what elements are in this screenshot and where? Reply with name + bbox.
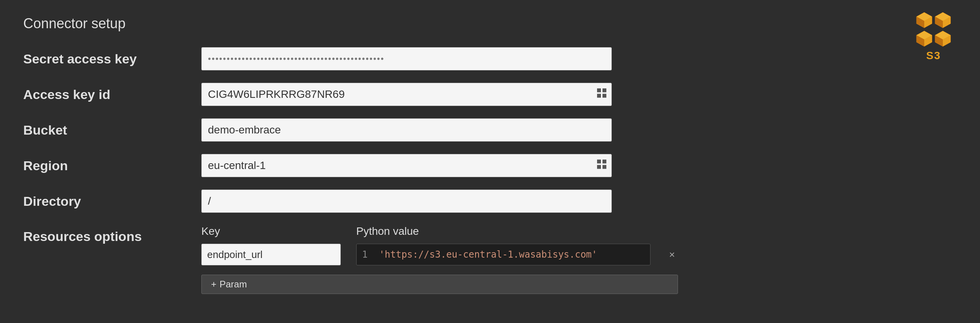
add-param-icon: +	[211, 279, 216, 290]
col-key-header: Key	[201, 225, 341, 238]
access-key-id-row: Access key id	[23, 83, 957, 106]
directory-label: Directory	[23, 194, 186, 209]
connector-setup-container: S3 Connector setup Secret access key Acc…	[0, 0, 980, 323]
directory-row: Directory	[23, 190, 957, 213]
resources-headers: Key Python value	[201, 225, 678, 238]
bucket-input[interactable]	[201, 118, 612, 142]
bucket-label: Bucket	[23, 123, 186, 138]
s3-logo-text: S3	[926, 50, 941, 62]
bucket-row: Bucket	[23, 118, 957, 142]
region-label: Region	[23, 158, 186, 173]
page-title: Connector setup	[23, 15, 957, 32]
line-number-0: 1	[362, 249, 371, 260]
resources-options-row: Resources options Key Python value 1 'ht…	[23, 225, 957, 294]
region-row: Region	[23, 154, 957, 177]
col-python-header: Python value	[356, 225, 627, 238]
add-param-label: Param	[220, 279, 247, 290]
region-input[interactable]	[201, 154, 612, 177]
resource-key-input-0[interactable]	[201, 244, 341, 265]
directory-input[interactable]	[201, 190, 612, 213]
logo-cubes	[916, 12, 951, 47]
secret-access-key-label: Secret access key	[23, 51, 186, 67]
secret-access-key-input[interactable]	[201, 47, 612, 70]
cube-icon-1	[916, 12, 933, 29]
resources-options-label: Resources options	[23, 225, 186, 244]
cube-icon-3	[916, 30, 933, 47]
access-key-id-field-wrap	[201, 83, 612, 106]
cube-icon-4	[934, 30, 951, 47]
add-param-button[interactable]: + Param	[201, 275, 678, 294]
s3-logo: S3	[910, 12, 957, 50]
cube-icon-2	[934, 12, 951, 29]
region-field-wrap	[201, 154, 612, 177]
resources-row-0: 1 'https://s3.eu-central-1.wasabisys.com…	[201, 244, 678, 265]
python-editor-0: 1 'https://s3.eu-central-1.wasabisys.com…	[356, 244, 650, 265]
access-key-id-input[interactable]	[201, 83, 612, 106]
python-value-0: 'https://s3.eu-central-1.wasabisys.com'	[379, 249, 597, 260]
secret-access-key-field-wrap	[201, 47, 612, 70]
resources-options-content: Key Python value 1 'https://s3.eu-centra…	[201, 225, 678, 294]
access-key-id-label: Access key id	[23, 87, 186, 102]
remove-row-0-button[interactable]: ×	[666, 250, 678, 260]
secret-access-key-row: Secret access key	[23, 47, 957, 70]
